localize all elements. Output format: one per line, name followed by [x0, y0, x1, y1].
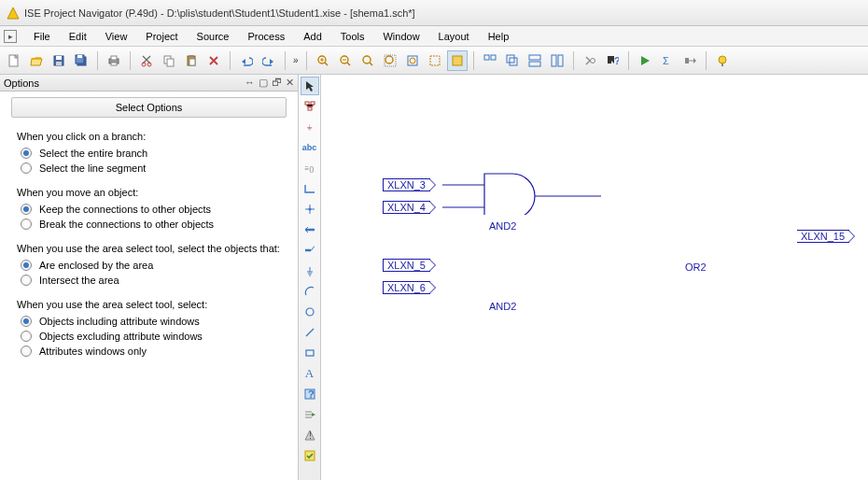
print-button[interactable] [104, 50, 124, 71]
copy-button[interactable] [159, 50, 179, 71]
paste-button[interactable] [181, 50, 202, 71]
radio-attr-windows-only[interactable]: Attributes windows only [21, 346, 281, 357]
highlight-button[interactable] [447, 50, 468, 71]
hierarchy-tool[interactable] [301, 97, 319, 116]
menu-source[interactable]: Source [188, 29, 239, 44]
zoom-all-button[interactable] [402, 50, 423, 71]
menu-window[interactable]: Window [373, 29, 428, 44]
pointer-tool[interactable] [301, 77, 319, 95]
hint-button[interactable] [712, 50, 733, 71]
menu-layout[interactable]: Layout [429, 29, 479, 44]
app-icon [6, 6, 21, 21]
toolbar-separator [706, 51, 707, 70]
power-tool[interactable] [301, 261, 319, 280]
radio-intersect-area[interactable]: Intersect the area [21, 275, 281, 286]
toolbar-separator [97, 51, 98, 70]
panel-tab-select-options[interactable]: Select Options [11, 97, 287, 118]
svg-rect-53 [306, 350, 314, 356]
menu-file[interactable]: File [24, 29, 60, 44]
radio-select-entire-branch[interactable]: Select the entire branch [21, 148, 281, 159]
menu-project[interactable]: Project [136, 29, 187, 44]
sum-button[interactable]: Σ [657, 50, 678, 71]
zoom-selection-button[interactable] [425, 50, 445, 71]
menu-add[interactable]: Add [294, 29, 331, 44]
radio-enclosed-by-area[interactable]: Are enclosed by the area [21, 260, 281, 271]
zoom-area-button[interactable] [380, 50, 400, 71]
svg-rect-46 [721, 64, 723, 66]
process-button[interactable] [679, 50, 700, 71]
radio-objects-incl-attr[interactable]: Objects including attribute windows [21, 316, 281, 327]
panel-move-icon[interactable]: ↔ [245, 77, 255, 89]
zoom-fit-button[interactable] [357, 50, 378, 71]
menu-edit[interactable]: Edit [60, 29, 96, 44]
check-tool[interactable] [301, 446, 319, 465]
window-tile-button[interactable] [480, 50, 500, 71]
io-tool[interactable]: ≡() [301, 159, 319, 177]
net-xlxn15[interactable]: XLXN_15 [797, 230, 849, 243]
svg-rect-29 [453, 56, 462, 65]
zoom-out-button[interactable] [335, 50, 356, 71]
svg-marker-0 [7, 7, 19, 19]
window-horiz-button[interactable] [525, 50, 545, 71]
svg-point-24 [385, 56, 393, 64]
label-a-tool[interactable]: A [301, 364, 319, 383]
net-xlxn5[interactable]: XLXN_5 [383, 259, 430, 272]
radio-objects-excl-attr[interactable]: Objects excluding attribute windows [21, 331, 281, 342]
net-xlxn3[interactable]: XLXN_3 [383, 178, 430, 191]
wire-tool[interactable] [301, 179, 319, 198]
toolbar-separator [130, 51, 131, 70]
more-icon[interactable]: » [291, 55, 301, 65]
panel-restore-icon[interactable]: 🗗 [272, 77, 282, 89]
panel-title: Options [4, 78, 39, 89]
menu-view[interactable]: View [96, 29, 137, 44]
panel-tab-label: Select Options [116, 102, 183, 113]
symbol-tool[interactable]: ⏚ [301, 118, 319, 136]
svg-rect-37 [558, 55, 563, 66]
save-button[interactable] [49, 50, 69, 71]
cut-button[interactable] [136, 50, 157, 71]
svg-rect-35 [529, 62, 540, 66]
zoom-in-button[interactable] [313, 50, 333, 71]
arc-tool[interactable] [301, 282, 319, 301]
window-cascade-button[interactable] [502, 50, 523, 71]
save-all-button[interactable] [71, 50, 91, 71]
undo-button[interactable] [236, 50, 257, 71]
text-tool[interactable]: abc [301, 138, 319, 157]
svg-rect-32 [507, 55, 514, 63]
whats-this-button[interactable]: ? [602, 50, 623, 71]
window-vert-button[interactable] [547, 50, 567, 71]
bus-tap-tool[interactable] [301, 241, 319, 260]
bus-tool[interactable] [301, 220, 319, 239]
gate-and2-2-label: AND2 [489, 301, 516, 312]
delete-button[interactable] [203, 50, 224, 71]
goto-tool[interactable] [301, 405, 319, 424]
info-tool[interactable]: ? [301, 385, 319, 403]
new-button[interactable] [4, 50, 24, 71]
radio-icon [21, 204, 32, 215]
menu-tools[interactable]: Tools [331, 29, 374, 44]
line-tool[interactable] [301, 323, 319, 342]
svg-marker-20 [270, 59, 273, 64]
control-menu-icon[interactable]: ▸ [4, 30, 17, 43]
net-xlxn6[interactable]: XLXN_6 [383, 281, 430, 294]
radio-break-connections[interactable]: Break the connections to other objects [21, 219, 281, 230]
radio-select-line-segment[interactable]: Select the line segment [21, 162, 281, 174]
menu-help[interactable]: Help [479, 29, 519, 44]
redo-button[interactable] [259, 50, 279, 71]
panel-close-icon[interactable]: ✕ [286, 77, 294, 89]
circle-tool[interactable] [301, 303, 319, 321]
radio-keep-connections[interactable]: Keep the connections to other objects [21, 204, 281, 215]
net-xlxn4[interactable]: XLXN_4 [383, 201, 430, 214]
menu-process[interactable]: Process [238, 29, 294, 44]
warning-tool[interactable]: ! [301, 426, 319, 445]
net-tool[interactable] [301, 200, 319, 219]
panel-minimize-icon[interactable]: ▢ [259, 77, 268, 89]
settings-button[interactable] [580, 50, 600, 71]
run-button[interactable] [635, 50, 655, 71]
schematic-canvas[interactable]: XLXN_3 XLXN_4 XLXN_5 XLXN_6 XLXN_15 AND2… [321, 75, 868, 480]
radio-label: Select the entire branch [39, 148, 147, 159]
rect-tool[interactable] [301, 344, 319, 362]
open-button[interactable] [26, 50, 47, 71]
titlebar: ISE Project Navigator (P.49d) - D:\plis\… [0, 0, 868, 26]
radio-icon [21, 162, 32, 174]
